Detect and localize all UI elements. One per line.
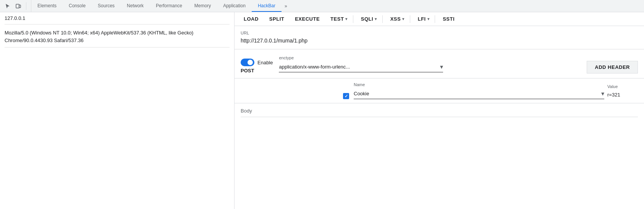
- enable-label: Enable: [257, 60, 273, 65]
- cookie-value-text[interactable]: r=321: [607, 90, 638, 99]
- svg-rect-0: [16, 4, 19, 8]
- post-section: Enable POST enctype application/x-www-fo…: [235, 49, 644, 78]
- toolbar-divider-2: [382, 15, 383, 23]
- left-panel: 127.0.0.1 Mozilla/5.0 (Windows NT 10.0; …: [0, 12, 235, 209]
- split-button[interactable]: SPLIT: [265, 15, 289, 23]
- tab-application[interactable]: Application: [217, 0, 252, 12]
- lfi-dropdown[interactable]: LFI ▾: [413, 15, 432, 23]
- tab-more[interactable]: »: [282, 0, 290, 12]
- post-label: POST: [241, 68, 254, 73]
- sqli-dropdown[interactable]: SQLI ▾: [356, 15, 379, 23]
- value-label: Value: [607, 84, 638, 89]
- tab-elements[interactable]: Elements: [31, 0, 63, 12]
- cookie-select[interactable]: Cookie ▾: [354, 88, 604, 99]
- enable-toggle[interactable]: [241, 59, 254, 66]
- device-icon[interactable]: [14, 2, 23, 11]
- name-group: Name Cookie ▾: [343, 82, 604, 99]
- cursor-icon[interactable]: [3, 2, 12, 11]
- hackbar-panel: LOAD SPLIT EXECUTE TEST ▾ SQLI ▾ XSS ▾ L…: [235, 12, 644, 209]
- header-row: Name Cookie ▾ Value r=321: [235, 78, 644, 103]
- url-value[interactable]: http://127.0.0.1/muma/1.php: [241, 37, 638, 44]
- toolbar-divider-1: [353, 15, 353, 23]
- tabs-list: Elements Console Sources Network Perform…: [31, 0, 644, 12]
- ssti-button[interactable]: SSTI: [438, 15, 459, 23]
- xss-arrow-icon: ▾: [402, 17, 405, 21]
- svg-rect-1: [19, 5, 21, 8]
- enctype-label: enctype: [279, 56, 443, 60]
- test-dropdown[interactable]: TEST ▾: [326, 15, 350, 23]
- value-field-group: Value r=321: [607, 84, 638, 99]
- tab-performance[interactable]: Performance: [150, 0, 188, 12]
- enable-toggle-row: Enable: [241, 59, 273, 66]
- hackbar-toolbar: LOAD SPLIT EXECUTE TEST ▾ SQLI ▾ XSS ▾ L…: [235, 12, 644, 26]
- enctype-section: enctype application/x-www-form-urlenc...…: [279, 56, 443, 72]
- name-label: Name: [354, 82, 604, 87]
- url-section: URL http://127.0.0.1/muma/1.php: [235, 26, 644, 49]
- cookie-name-value: Cookie: [354, 91, 601, 96]
- cookie-arrow-icon[interactable]: ▾: [601, 90, 604, 97]
- load-button[interactable]: LOAD: [239, 15, 263, 23]
- tab-hackbar[interactable]: HackBar: [252, 0, 282, 12]
- post-toggle-group: Enable POST: [241, 59, 273, 73]
- ip-address: 127.0.0.1: [5, 15, 230, 24]
- toolbar-divider: [26, 2, 26, 10]
- add-header-button[interactable]: ADD HEADER: [587, 61, 638, 73]
- name-field-group: Name Cookie ▾: [354, 82, 604, 99]
- url-label: URL: [241, 31, 638, 35]
- execute-button[interactable]: EXECUTE: [290, 15, 324, 23]
- checkbox-checked-icon[interactable]: [343, 93, 349, 99]
- tab-sources[interactable]: Sources: [92, 0, 121, 12]
- cookie-checkbox[interactable]: [343, 93, 349, 99]
- toolbar-divider-4: [435, 15, 435, 23]
- devtools-tabbar: Elements Console Sources Network Perform…: [0, 0, 644, 12]
- sqli-arrow-icon: ▾: [375, 17, 377, 21]
- tab-memory[interactable]: Memory: [188, 0, 217, 12]
- test-arrow-icon: ▾: [345, 17, 348, 21]
- lfi-arrow-icon: ▾: [427, 17, 430, 21]
- xss-dropdown[interactable]: XSS ▾: [386, 15, 407, 23]
- enctype-value: application/x-www-form-urlenc...: [279, 64, 440, 70]
- enctype-arrow-icon[interactable]: ▾: [440, 63, 443, 70]
- tab-console[interactable]: Console: [63, 0, 92, 12]
- user-agent: Mozilla/5.0 (Windows NT 10.0; Win64; x64…: [5, 29, 230, 47]
- enctype-select[interactable]: application/x-www-form-urlenc... ▾: [279, 62, 443, 72]
- devtools-left-icons: [0, 0, 31, 12]
- toolbar-divider-3: [410, 15, 410, 23]
- main-content: 127.0.0.1 Mozilla/5.0 (Windows NT 10.0; …: [0, 12, 644, 209]
- body-section: Body: [235, 103, 644, 209]
- body-label[interactable]: Body: [241, 108, 638, 117]
- tab-network[interactable]: Network: [121, 0, 150, 12]
